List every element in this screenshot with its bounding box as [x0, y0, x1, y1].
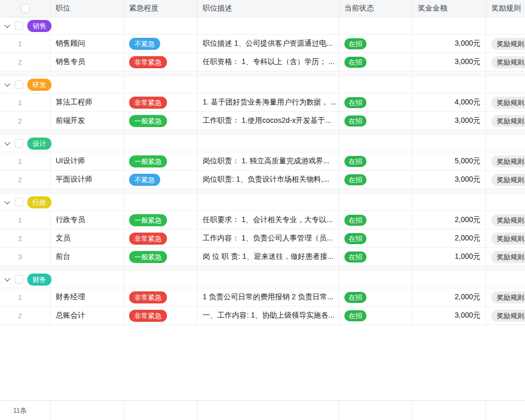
urgency-cell[interactable]: 一般紧急: [123, 248, 197, 266]
bonus-amount-cell[interactable]: 3,000元: [412, 307, 486, 324]
group-checkbox[interactable]: [15, 198, 23, 206]
status-cell[interactable]: 在招: [339, 53, 412, 71]
table-row: 1销售顾问不紧急职位描述 1、公司提供客户资源通过电...在招3,000元奖励规…: [0, 35, 525, 53]
group-empty-cell: [486, 194, 525, 211]
column-header-urgency[interactable]: 紧急程度: [123, 0, 197, 17]
column-header-reward-rule[interactable]: 奖励规则: [486, 0, 525, 17]
table-body: 销售1销售顾问不紧急职位描述 1、公司提供客户资源通过电...在招3,000元奖…: [0, 17, 525, 325]
bonus-amount-cell[interactable]: 2,000元: [412, 211, 486, 229]
position-cell[interactable]: 销售顾问: [50, 35, 123, 52]
urgency-cell[interactable]: 一般紧急: [123, 112, 197, 130]
row-number-cell: 2: [0, 53, 50, 71]
bonus-amount-cell[interactable]: 4,000元: [412, 93, 486, 111]
urgency-cell[interactable]: 非常紧急: [123, 307, 197, 324]
position-cell[interactable]: 文员: [50, 229, 123, 247]
column-header-position[interactable]: 职位: [50, 0, 123, 17]
chevron-down-icon[interactable]: [4, 198, 10, 204]
chevron-down-icon[interactable]: [4, 22, 10, 28]
status-cell[interactable]: 在招: [339, 248, 412, 266]
gap-cell: [123, 189, 197, 193]
group-gap: [0, 130, 525, 135]
table-row: 2平面设计师不紧急岗位职责: 1、负责设计市场相关物料,...在招3,000元奖…: [0, 171, 525, 189]
urgency-cell[interactable]: 非常紧急: [123, 229, 197, 247]
description-cell[interactable]: 岗位职责: 1、负责设计市场相关物料,...: [197, 171, 339, 188]
group-checkbox[interactable]: [15, 80, 23, 89]
position-cell[interactable]: 平面设计师: [50, 171, 123, 188]
reward-rule-cell[interactable]: 奖励规则.: [486, 229, 525, 247]
status-cell[interactable]: 在招: [339, 112, 412, 130]
urgency-cell[interactable]: 非常紧急: [123, 288, 197, 306]
description-cell[interactable]: 任职要求： 1、会计相关专业，大专以...: [197, 211, 339, 229]
urgency-cell[interactable]: 一般紧急: [123, 152, 197, 170]
urgency-cell[interactable]: 非常紧急: [123, 93, 197, 111]
bonus-amount-cell[interactable]: 3,000元: [412, 112, 486, 130]
table-row: 2销售专员非常紧急任职资格： 1、专科以上（含）学历； ...在招3,000元奖…: [0, 53, 525, 71]
reward-rule-cell[interactable]: 奖励规则.: [486, 307, 525, 324]
status-cell[interactable]: 在招: [339, 171, 412, 188]
urgency-cell[interactable]: 非常紧急: [123, 53, 197, 71]
reward-rule-cell[interactable]: 奖励规则.: [486, 288, 525, 306]
status-cell[interactable]: 在招: [339, 93, 412, 111]
position-cell[interactable]: 前端开发: [50, 112, 123, 130]
reward-rule-cell[interactable]: 奖励规则.: [486, 35, 525, 52]
footer-cell: [339, 401, 412, 420]
select-all-checkbox[interactable]: [21, 4, 29, 13]
reward-rule-cell[interactable]: 奖励规则.: [486, 93, 525, 111]
bonus-amount-cell[interactable]: 1,000元: [412, 248, 486, 266]
row-number-cell: 1: [0, 211, 50, 229]
position-cell[interactable]: 销售专员: [50, 53, 123, 71]
description-cell[interactable]: 岗 位 职 责: 1、迎来送往，做好患者接...: [197, 248, 339, 266]
group-empty-cell: [197, 194, 339, 211]
group-checkbox[interactable]: [15, 22, 23, 30]
urgency-cell[interactable]: 一般紧急: [123, 211, 197, 229]
group-checkbox[interactable]: [15, 139, 23, 148]
chevron-down-icon[interactable]: [4, 81, 10, 87]
chevron-down-icon[interactable]: [4, 140, 10, 145]
urgency-cell[interactable]: 不紧急: [123, 35, 197, 52]
bonus-amount-cell[interactable]: 2,000元: [412, 229, 486, 247]
reward-rule-cell[interactable]: 奖励规则.: [486, 171, 525, 188]
description-cell[interactable]: 任职资格： 1、专科以上（含）学历； ...: [197, 53, 339, 71]
reward-rule-cell[interactable]: 奖励规则.: [486, 248, 525, 266]
description-cell[interactable]: 职位描述 1、公司提供客户资源通过电...: [197, 35, 339, 52]
reward-rule-chip: 奖励规则.: [491, 56, 525, 68]
row-number: 2: [0, 176, 40, 184]
bonus-amount-cell[interactable]: 3,000元: [412, 35, 486, 52]
column-header-description[interactable]: 职位描述: [197, 0, 339, 17]
position-cell[interactable]: 算法工程师: [50, 93, 123, 111]
bonus-amount-cell[interactable]: 5,000元: [412, 152, 486, 170]
column-header-bonus[interactable]: 奖金金额: [412, 0, 486, 17]
group-checkbox[interactable]: [15, 275, 23, 284]
status-cell[interactable]: 在招: [339, 307, 412, 324]
group-empty-cell: [123, 271, 197, 288]
reward-rule-cell[interactable]: 奖励规则.: [486, 53, 525, 71]
description-cell[interactable]: 1. 基于团好货业务海量用户行为数据， ...: [197, 93, 339, 111]
description-cell[interactable]: 工作内容： 1、负责公司人事管理（员...: [197, 229, 339, 247]
status-cell[interactable]: 在招: [339, 211, 412, 229]
urgency-cell[interactable]: 不紧急: [123, 171, 197, 188]
position-cell[interactable]: 总账会计: [50, 307, 123, 324]
status-cell[interactable]: 在招: [339, 35, 412, 52]
position-cell[interactable]: UI设计师: [50, 152, 123, 170]
status-cell[interactable]: 在招: [339, 229, 412, 247]
bonus-amount-cell[interactable]: 2,000元: [412, 288, 486, 306]
position-cell[interactable]: 前台: [50, 248, 123, 266]
group-row: 行政: [0, 194, 525, 211]
reward-rule-cell[interactable]: 奖励规则.: [486, 211, 525, 229]
reward-rule-cell[interactable]: 奖励规则.: [486, 152, 525, 170]
position-cell[interactable]: 行政专员: [50, 211, 123, 229]
description-cell[interactable]: 1 负责公司日常的费用报销 2 负责日常...: [197, 288, 339, 306]
description-cell[interactable]: 一、工作内容: 1、协助上级领导实施各...: [197, 307, 339, 324]
reward-rule-cell[interactable]: 奖励规则.: [486, 112, 525, 130]
status-cell[interactable]: 在招: [339, 288, 412, 306]
column-header-status[interactable]: 当前状态: [339, 0, 412, 17]
chevron-down-icon[interactable]: [4, 276, 10, 281]
position-cell[interactable]: 财务经理: [50, 288, 123, 306]
bonus-amount-cell[interactable]: 3,000元: [412, 171, 486, 188]
status-cell[interactable]: 在招: [339, 152, 412, 170]
bonus-amount-cell[interactable]: 3,000元: [412, 53, 486, 71]
gap-cell: [486, 71, 525, 76]
gap-cell: [0, 130, 123, 134]
description-cell[interactable]: 岗位职责： 1. 独立高质量完成游戏界...: [197, 152, 339, 170]
description-cell[interactable]: 工作职责： 1.使用cocos2d-x开发基于...: [197, 112, 339, 130]
